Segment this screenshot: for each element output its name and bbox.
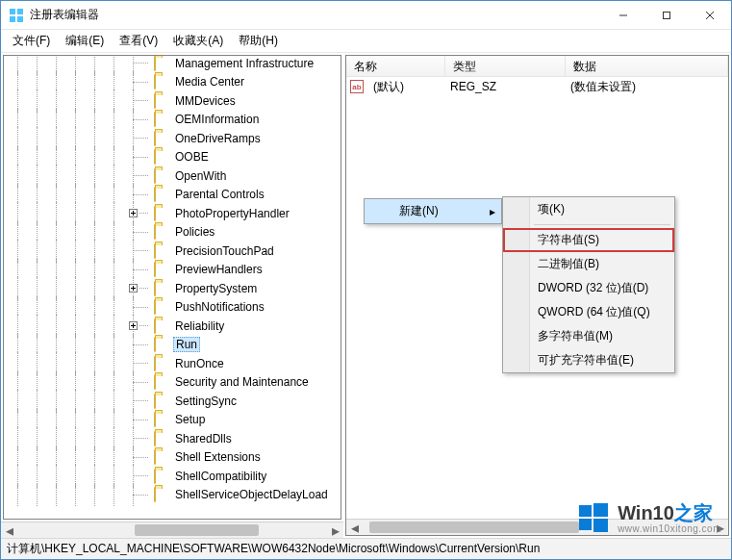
tree-item-label: OneDriveRamps	[173, 132, 263, 145]
context-menu: 新建(N) ▸	[364, 198, 502, 224]
scroll-right-icon[interactable]: ▸	[712, 520, 728, 536]
tree-item[interactable]: OpenWith	[4, 166, 341, 186]
scroll-left-icon[interactable]: ◂	[1, 522, 17, 539]
col-name[interactable]: 名称	[346, 56, 445, 76]
folder-icon	[154, 488, 169, 501]
ctx-sub-item[interactable]: QWORD (64 位)值(Q)	[503, 300, 674, 324]
expand-icon[interactable]	[128, 283, 139, 293]
window-title: 注册表编辑器	[30, 7, 601, 23]
col-data[interactable]: 数据	[566, 56, 728, 76]
ctx-new-label: 新建(N)	[399, 204, 439, 217]
tree-item-label: PrecisionTouchPad	[173, 244, 276, 258]
tree-item[interactable]: ShellServiceObjectDelayLoad	[4, 486, 341, 505]
expand-icon[interactable]	[128, 320, 139, 331]
tree-item[interactable]: OOBE	[4, 148, 341, 167]
tree-item[interactable]: Shell Extensions	[4, 448, 341, 468]
tree-item-label: MMDevices	[173, 94, 238, 108]
tree-item-label: PropertySystem	[173, 282, 259, 295]
tree-item[interactable]: Run	[4, 336, 341, 355]
statusbar: 计算机\HKEY_LOCAL_MACHINE\SOFTWARE\WOW6432N…	[1, 538, 731, 559]
tree-item[interactable]: Policies	[4, 223, 341, 242]
tree-item[interactable]: MMDevices	[4, 91, 341, 111]
tree-item[interactable]: SettingSync	[4, 392, 341, 411]
tree-item[interactable]: PrecisionTouchPad	[4, 242, 341, 261]
tree-item[interactable]: Reliability	[4, 317, 341, 336]
menu-help[interactable]: 帮助(H)	[231, 31, 286, 51]
minimize-button[interactable]	[601, 1, 644, 29]
folder-icon	[154, 413, 169, 426]
list-body[interactable]: ab (默认) REG_SZ (数值未设置) 新建(N) ▸ 项(K)字符串值(…	[346, 77, 728, 519]
close-button[interactable]	[688, 1, 731, 29]
tree-item[interactable]: PhotoPropertyHandler	[4, 204, 341, 223]
context-submenu: 项(K)字符串值(S)二进制值(B)DWORD (32 位)值(D)QWORD …	[502, 196, 675, 373]
tree-item[interactable]: Media Center	[4, 73, 341, 92]
tree-view[interactable]: Management InfrastructureMedia CenterMMD…	[3, 55, 341, 520]
tree-item-label: Management Infrastructure	[173, 57, 316, 70]
folder-icon	[154, 395, 169, 408]
folder-icon	[154, 338, 169, 351]
tree-item[interactable]: PropertySystem	[4, 279, 341, 298]
tree-item-label: SettingSync	[173, 395, 239, 408]
tree-item[interactable]: SharedDlls	[4, 429, 341, 448]
registry-editor-window: 注册表编辑器 文件(F) 编辑(E) 查看(V) 收藏夹(A) 帮助(H) Ma…	[0, 0, 732, 560]
menu-view[interactable]: 查看(V)	[112, 31, 165, 51]
folder-icon	[154, 57, 169, 70]
svg-rect-1	[17, 9, 23, 14]
tree-item[interactable]: Security and Maintenance	[4, 373, 341, 393]
list-row[interactable]: ab (默认) REG_SZ (数值未设置)	[346, 77, 728, 96]
tree-item[interactable]: RunOnce	[4, 354, 341, 373]
folder-icon	[154, 244, 169, 258]
tree-item-label: RunOnce	[173, 357, 226, 370]
col-type[interactable]: 类型	[445, 56, 566, 76]
tree-item[interactable]: Management Infrastructure	[4, 55, 341, 73]
folder-icon	[154, 169, 169, 183]
tree-pane: Management InfrastructureMedia CenterMMD…	[1, 53, 343, 538]
folder-icon	[154, 113, 169, 126]
ctx-sub-item[interactable]: 字符串值(S)	[503, 228, 674, 252]
folder-icon	[154, 225, 169, 239]
string-value-icon: ab	[350, 80, 364, 93]
ctx-sub-item[interactable]: DWORD (32 位)值(D)	[503, 276, 674, 300]
list-h-scrollbar[interactable]: ◂ ▸	[346, 519, 728, 535]
tree-item-label: Shell Extensions	[173, 450, 263, 464]
expand-icon[interactable]	[128, 208, 139, 218]
svg-rect-3	[17, 16, 23, 22]
folder-icon	[154, 300, 169, 314]
submenu-arrow-icon: ▸	[490, 205, 495, 218]
tree-item-label: Reliability	[173, 319, 226, 333]
tree-item-label: Security and Maintenance	[173, 375, 311, 389]
tree-item-label: OEMInformation	[173, 113, 261, 126]
svg-rect-0	[10, 9, 15, 14]
folder-icon	[154, 263, 169, 276]
tree-item[interactable]: OEMInformation	[4, 111, 341, 130]
ctx-sub-item[interactable]: 二进制值(B)	[503, 252, 674, 276]
tree-item-label: Setup	[173, 413, 207, 426]
tree-item[interactable]: OneDriveRamps	[4, 129, 341, 148]
tree-item[interactable]: Setup	[4, 411, 341, 430]
folder-icon	[154, 470, 169, 483]
menu-file[interactable]: 文件(F)	[5, 31, 58, 51]
scroll-left-icon[interactable]: ◂	[346, 520, 363, 536]
tree-item-label: Run	[173, 337, 200, 352]
tree-h-scrollbar[interactable]: ◂ ▸	[1, 522, 343, 538]
tree-item[interactable]: PreviewHandlers	[4, 261, 341, 280]
folder-icon	[154, 450, 169, 464]
menu-edit[interactable]: 编辑(E)	[58, 31, 112, 51]
ctx-sub-item[interactable]: 多字符串值(M)	[503, 324, 674, 348]
value-data: (数值未设置)	[565, 79, 642, 95]
scroll-right-icon[interactable]: ▸	[327, 522, 343, 539]
maximize-button[interactable]	[644, 1, 688, 29]
ctx-sub-item[interactable]: 项(K)	[503, 197, 674, 221]
tree-item[interactable]: Parental Controls	[4, 186, 341, 205]
folder-icon	[154, 75, 169, 89]
list-header: 名称 类型 数据	[346, 56, 728, 77]
tree-item[interactable]: ShellCompatibility	[4, 467, 341, 486]
statusbar-path: 计算机\HKEY_LOCAL_MACHINE\SOFTWARE\WOW6432N…	[7, 541, 540, 557]
menu-favorites[interactable]: 收藏夹(A)	[165, 31, 231, 51]
ctx-new[interactable]: 新建(N) ▸	[365, 199, 501, 223]
window-buttons	[601, 1, 731, 29]
tree-item-label: Parental Controls	[173, 188, 266, 201]
folder-icon	[154, 319, 169, 333]
tree-item[interactable]: PushNotifications	[4, 298, 341, 318]
ctx-sub-item[interactable]: 可扩充字符串值(E)	[503, 348, 674, 372]
